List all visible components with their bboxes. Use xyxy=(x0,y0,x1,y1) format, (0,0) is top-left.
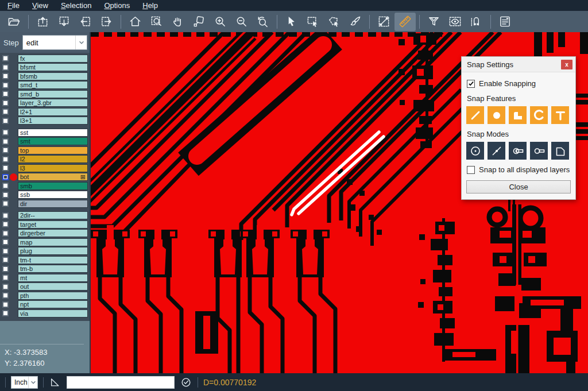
layer-checkbox[interactable] xyxy=(2,138,9,145)
layer-label[interactable]: l3 xyxy=(18,164,88,172)
all-layers-row[interactable]: Snap to all displayed layers xyxy=(467,165,571,174)
layer-checkbox[interactable] xyxy=(2,73,9,79)
layer-checkbox[interactable] xyxy=(2,239,9,245)
layer-row-mt[interactable]: mt xyxy=(0,273,90,282)
corner-angle-icon[interactable] xyxy=(49,376,61,389)
tool-zoom-window[interactable] xyxy=(146,13,167,31)
snap-feature-line[interactable] xyxy=(466,106,484,124)
all-layers-checkbox[interactable] xyxy=(467,166,475,174)
layer-checkbox[interactable] xyxy=(2,292,9,299)
tool-filter[interactable] xyxy=(423,13,444,31)
layer-row-l3+1[interactable]: l3+1 xyxy=(0,117,90,126)
snap-mode-midpoint[interactable] xyxy=(488,142,505,160)
layer-row-smd_b[interactable]: smd_b xyxy=(0,90,90,99)
layer-row-tm-t[interactable]: tm-t xyxy=(0,255,90,265)
layer-row-bot[interactable]: bot⊞ xyxy=(0,173,90,182)
layer-label[interactable]: plug xyxy=(18,247,88,255)
layer-label[interactable]: bfsmt xyxy=(18,63,88,71)
layer-row-npt[interactable]: npt xyxy=(0,300,90,309)
snap-feature-surface[interactable] xyxy=(509,106,527,124)
layer-label[interactable]: dirgerber xyxy=(18,229,88,237)
tool-pan-right[interactable] xyxy=(96,13,117,31)
layer-label[interactable]: tm-t xyxy=(18,256,88,264)
layer-row-top[interactable]: top xyxy=(0,146,90,155)
close-icon[interactable]: x xyxy=(561,60,572,69)
step-select[interactable]: edit xyxy=(22,35,87,50)
tool-zoom-previous[interactable] xyxy=(252,13,273,31)
layer-label[interactable]: out xyxy=(18,282,88,291)
layer-row-bfsmt[interactable]: bfsmt xyxy=(0,63,90,72)
layer-label[interactable]: sst xyxy=(18,129,88,137)
layer-checkbox[interactable] xyxy=(2,118,9,124)
unit-select[interactable]: Inch xyxy=(11,376,38,389)
layer-row-2dir--[interactable]: 2dir-- xyxy=(0,211,90,220)
layer-checkbox[interactable] xyxy=(2,266,9,272)
layer-checkbox[interactable] xyxy=(2,212,9,219)
layer-label[interactable]: layer_3.gbr xyxy=(18,99,88,107)
layer-row-l3[interactable]: l3 xyxy=(0,164,90,173)
layer-checkbox[interactable] xyxy=(2,174,9,180)
layer-checkbox[interactable] xyxy=(2,100,9,106)
layer-label[interactable]: smt xyxy=(18,137,88,145)
layer-checkbox[interactable] xyxy=(2,147,9,153)
snap-mode-center[interactable] xyxy=(466,142,484,160)
layer-checkbox[interactable] xyxy=(2,109,9,115)
layer-row-dir[interactable]: dir xyxy=(0,199,90,208)
layer-checkbox[interactable] xyxy=(2,257,9,263)
snap-feature-text[interactable] xyxy=(551,106,569,124)
layer-row-target[interactable]: target xyxy=(0,220,90,229)
snap-mode-slot-center[interactable] xyxy=(509,142,527,160)
tool-open-file[interactable] xyxy=(3,13,25,31)
layer-label[interactable]: smb xyxy=(18,182,88,190)
layer-label[interactable]: dir xyxy=(18,200,88,208)
tool-select-rectangle[interactable] xyxy=(302,13,323,31)
layer-checkbox[interactable] xyxy=(2,165,9,171)
layer-row-tm-b[interactable]: tm-b xyxy=(0,265,90,274)
confirm-circle-icon[interactable] xyxy=(180,376,192,389)
tool-brush[interactable] xyxy=(345,13,366,31)
layer-row-pth[interactable]: pth xyxy=(0,291,90,300)
snap-feature-pad[interactable] xyxy=(488,106,505,124)
tool-select-arrow[interactable] xyxy=(281,13,302,31)
layer-row-bfsmb[interactable]: bfsmb xyxy=(0,72,90,81)
tool-pan-up[interactable] xyxy=(32,13,53,31)
tool-zoom-in[interactable] xyxy=(210,13,231,31)
layer-checkbox[interactable] xyxy=(2,91,9,97)
command-input[interactable] xyxy=(67,376,175,389)
layer-label[interactable]: top xyxy=(18,146,88,154)
layer-row-sst[interactable]: sst xyxy=(0,128,90,137)
menu-item-selection[interactable]: Selection xyxy=(55,0,98,11)
layer-label[interactable]: fx xyxy=(18,55,88,63)
layer-label[interactable]: target xyxy=(18,220,88,229)
tool-zoom-area[interactable] xyxy=(188,13,210,31)
layer-checkbox[interactable] xyxy=(2,82,9,88)
layer-row-l2[interactable]: l2 xyxy=(0,155,90,164)
tool-pan-down[interactable] xyxy=(53,13,75,31)
menu-item-view[interactable]: View xyxy=(26,0,55,11)
dialog-title-bar[interactable]: Snap Settings x xyxy=(462,57,575,72)
layer-row-out[interactable]: out xyxy=(0,282,90,292)
tool-show-hide[interactable] xyxy=(444,13,466,31)
layer-row-map[interactable]: map xyxy=(0,238,90,247)
layer-row-smd_t[interactable]: smd_t xyxy=(0,81,90,90)
tool-measure-line[interactable] xyxy=(373,13,394,31)
menu-item-help[interactable]: Help xyxy=(136,0,164,11)
layer-label[interactable]: bot⊞ xyxy=(18,173,88,181)
tool-pan-hand[interactable] xyxy=(167,13,188,31)
layer-row-fx[interactable]: fx xyxy=(0,54,90,63)
pcb-canvas[interactable]: Snap Settings x Enable Snapping Snap Fea… xyxy=(91,32,588,373)
tool-snap[interactable] xyxy=(466,13,487,31)
menu-item-file[interactable]: File xyxy=(1,0,26,11)
layer-checkbox[interactable] xyxy=(2,274,9,281)
layer-row-smb[interactable]: smb xyxy=(0,181,90,191)
tool-zoom-out[interactable] xyxy=(231,13,252,31)
layer-row-via[interactable]: via xyxy=(0,309,90,318)
menu-item-options[interactable]: Options xyxy=(98,0,136,11)
layer-checkbox[interactable] xyxy=(2,129,9,136)
layer-label[interactable]: tm-b xyxy=(18,265,88,273)
layer-row-l2+1[interactable]: l2+1 xyxy=(0,107,90,117)
layer-checkbox[interactable] xyxy=(2,221,9,227)
tool-zoom-home[interactable] xyxy=(125,13,146,31)
tool-ruler[interactable] xyxy=(394,13,416,31)
layer-label[interactable]: l2+1 xyxy=(18,108,88,116)
